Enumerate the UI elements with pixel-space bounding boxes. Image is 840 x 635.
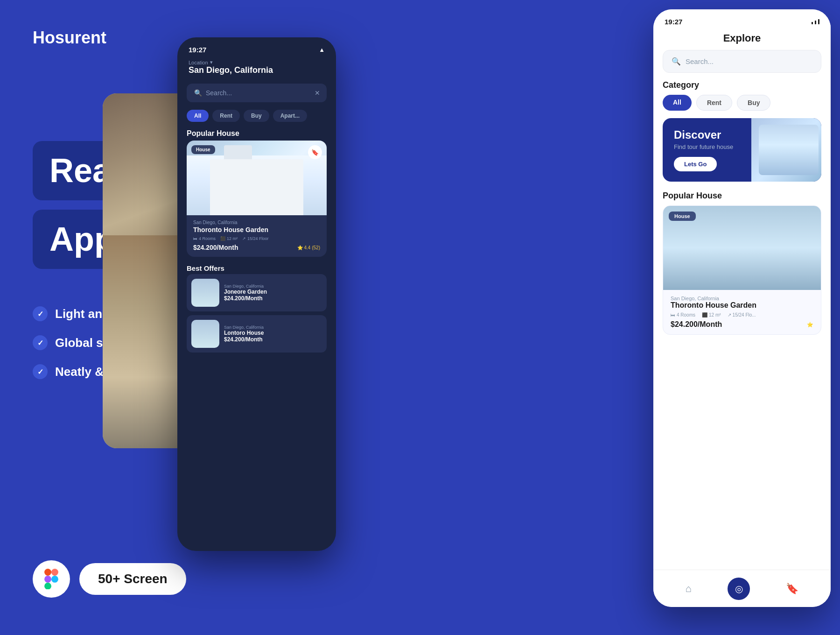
screen-badge: 50+ Screen	[79, 563, 186, 595]
svg-rect-2	[44, 576, 51, 583]
search-bar-right[interactable]: 🔍 Search...	[663, 50, 821, 73]
signal-icons: ▲	[310, 46, 325, 53]
check-icon-3	[33, 364, 48, 379]
property-card-dark[interactable]: House 🔖 San Diego, California Thoronto H…	[187, 141, 327, 257]
offer-image-2	[191, 320, 219, 348]
offer-info-1: San Diego, California Joneore Garden $24…	[224, 284, 267, 302]
prop-location-dark: San Diego, California	[193, 220, 320, 225]
category-chips: All Rent Buy	[653, 95, 831, 118]
prop-price-dark: $24.200/Month	[193, 244, 238, 251]
offer-location-1: San Diego, California	[224, 284, 267, 289]
building-shape	[210, 159, 303, 215]
search-bar-middle[interactable]: 🔍 Search... ✕	[187, 84, 327, 102]
prop-features-light: 🛏 4 Rooms ⬛ 12 m² ↗ 15/24 Flo...	[671, 312, 813, 318]
prop-floor-light: ↗ 15/24 Flo...	[728, 312, 756, 318]
signal-bar-3	[315, 48, 316, 53]
nav-home[interactable]: ⌂	[686, 583, 692, 595]
discover-content: Discover Find tour future house Lets Go	[674, 128, 733, 171]
chip-rent[interactable]: Rent	[212, 110, 240, 122]
prop-rooms-light: 🛏 4 Rooms	[671, 312, 695, 318]
phone-middle: 19:27 ▲ Location ▾ San Diego, California…	[177, 37, 336, 551]
property-image-dark: House 🔖	[187, 141, 327, 215]
svg-rect-1	[51, 569, 58, 576]
property-image-light: House	[663, 206, 821, 290]
prop-price-row: $24.200/Month ⭐ 4.4 (52)	[193, 244, 320, 251]
cat-chip-buy[interactable]: Buy	[737, 95, 770, 111]
sig-r-1	[812, 22, 813, 24]
offer-info-2: San Diego, California Lontoro House $24.…	[224, 325, 264, 343]
signal-bar-1	[310, 51, 311, 53]
offer-name-1: Joneore Garden	[224, 289, 267, 295]
prop-size-light: ⬛ 12 m²	[702, 312, 721, 318]
prop-location-light: San Diego, California	[671, 296, 813, 301]
chip-all[interactable]: All	[187, 110, 209, 122]
location-bar: Location ▾ San Diego, California	[177, 57, 336, 80]
bookmark-btn[interactable]: 🔖	[308, 145, 322, 159]
time-right: 19:27	[665, 18, 682, 26]
popular-house-title-middle: Popular House	[177, 126, 336, 141]
price-rating-row-light: $24.200/Month ⭐	[671, 320, 813, 329]
property-card-light[interactable]: House San Diego, California Thoronto Hou…	[663, 205, 821, 335]
dropdown-arrow: ▾	[210, 59, 213, 65]
search-icon-middle: 🔍	[194, 89, 202, 97]
location-label: Location ▾	[189, 59, 325, 65]
filter-chips-middle: All Rent Buy Apart...	[177, 106, 336, 126]
status-bar-middle: 19:27 ▲	[177, 37, 336, 57]
offer-card-1[interactable]: San Diego, California Joneore Garden $24…	[187, 274, 327, 311]
offer-location-2: San Diego, California	[224, 325, 264, 330]
figma-icon	[41, 569, 62, 589]
figma-badge	[33, 560, 70, 598]
prop-name-light: Thoronto House Garden	[671, 301, 813, 310]
sig-r-2	[815, 21, 816, 24]
offer-image-1	[191, 279, 219, 307]
status-bar-right: 19:27	[653, 9, 831, 29]
discover-house-image	[751, 118, 821, 182]
svg-point-4	[51, 576, 58, 583]
svg-rect-3	[44, 583, 51, 589]
property-info-light: San Diego, California Thoronto House Gar…	[663, 290, 821, 334]
search-placeholder-right: Search...	[686, 57, 714, 65]
close-icon[interactable]: ✕	[315, 89, 320, 97]
search-icon-right: 🔍	[672, 57, 681, 66]
search-placeholder-middle: Search...	[206, 89, 232, 97]
location-name: San Diego, California	[189, 65, 325, 75]
prop-price-light: $24.200/Month	[671, 320, 722, 329]
house-badge: House	[191, 145, 215, 154]
prop-size: ⬛ 12 m²	[220, 236, 238, 241]
nav-bookmark[interactable]: 🔖	[786, 583, 798, 595]
svg-rect-0	[44, 569, 51, 576]
offer-price-2: $24.200/Month	[224, 336, 264, 343]
discover-subtitle: Find tour future house	[674, 143, 733, 150]
best-offers-title: Best Offers	[177, 262, 336, 274]
prop-rating-dark: ⭐ 4.4 (52)	[297, 245, 320, 250]
popular-house-title-right: Popular House	[653, 189, 831, 205]
cat-chip-all[interactable]: All	[663, 95, 692, 111]
prop-rooms: 🛏 4 Rooms	[193, 236, 216, 241]
prop-floor: ↗ 15/24 Floor	[242, 236, 269, 241]
chip-buy[interactable]: Buy	[244, 110, 269, 122]
offer-card-2[interactable]: San Diego, California Lontoro House $24.…	[187, 315, 327, 353]
explore-title: Explore	[653, 29, 831, 50]
sig-r-3	[818, 19, 819, 24]
bottom-badges: 50+ Screen	[33, 560, 186, 598]
prop-name-dark: Thoronto House Garden	[193, 226, 320, 233]
prop-rating-light: ⭐	[807, 322, 813, 328]
offer-price-1: $24.200/Month	[224, 295, 267, 302]
time-middle: 19:27	[189, 46, 206, 54]
wifi-icon: ▲	[319, 46, 325, 53]
property-info-dark: San Diego, California Thoronto House Gar…	[187, 215, 327, 257]
prop-badge-light: House	[669, 212, 696, 221]
cat-chip-rent[interactable]: Rent	[696, 95, 732, 111]
signal-bar-2	[312, 49, 314, 53]
discover-banner[interactable]: Discover Find tour future house Lets Go	[663, 118, 821, 182]
nav-compass[interactable]: ◎	[728, 578, 750, 600]
offer-name-2: Lontoro House	[224, 330, 264, 336]
discover-title: Discover	[674, 128, 733, 141]
chip-apart[interactable]: Apart...	[273, 110, 307, 122]
category-label: Category	[653, 80, 831, 95]
check-icon-1	[33, 306, 48, 321]
signal-area-right	[812, 19, 819, 24]
phone-right: 19:27 Explore 🔍 Search... Category All R…	[653, 9, 831, 607]
lets-go-button[interactable]: Lets Go	[674, 157, 717, 171]
check-icon-2	[33, 335, 48, 350]
